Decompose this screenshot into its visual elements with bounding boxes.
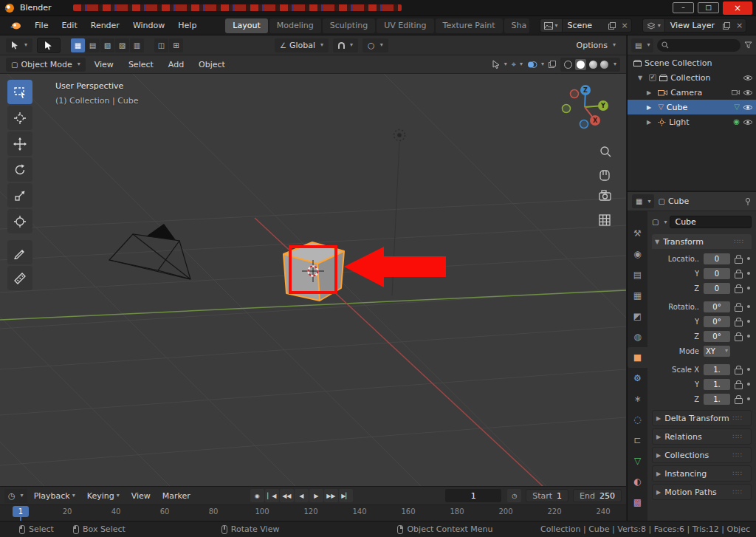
timeline-ruler[interactable]: 20 40 60 80 100 120 140 160 180 200 220 …	[0, 505, 626, 521]
tool-scale[interactable]	[7, 183, 32, 208]
record-button[interactable]: ◉	[250, 489, 264, 502]
frame-start-field[interactable]: Start 1	[526, 489, 568, 502]
shading-wireframe-button[interactable]	[564, 61, 572, 69]
close-button[interactable]: ×	[723, 1, 752, 15]
scene-copy-button[interactable]	[605, 22, 619, 30]
outliner-search-input[interactable]	[672, 41, 724, 49]
viewport-menu-object[interactable]: Object	[193, 60, 231, 69]
lock-icon[interactable]	[735, 366, 742, 374]
lock-icon[interactable]	[735, 318, 742, 326]
toggle-b[interactable]: ⊞	[169, 38, 183, 52]
properties-tab-tool[interactable]: ⚒	[628, 223, 647, 244]
mode-selector[interactable]: ▢ Object Mode ▾	[6, 58, 86, 72]
timeline-menu-keying[interactable]: Keying▾	[82, 491, 125, 501]
toggle-a[interactable]: ◫	[154, 38, 168, 52]
zoom-button[interactable]	[601, 147, 611, 157]
disclosure-closed-icon[interactable]: ▶	[647, 104, 651, 111]
blender-app-menu-icon[interactable]	[3, 21, 28, 30]
animate-dot-icon[interactable]	[747, 397, 750, 400]
show-overlays-dropdown[interactable]: ▾	[527, 61, 544, 69]
scene-name[interactable]: Scene	[563, 21, 605, 30]
play-button[interactable]: ▶	[309, 489, 323, 502]
properties-tab-material[interactable]: ◐	[628, 471, 647, 492]
eye-icon[interactable]	[743, 119, 753, 126]
prev-keyframe-button[interactable]: ◀◀	[280, 489, 294, 502]
lock-icon[interactable]	[735, 380, 742, 389]
play-reverse-button[interactable]: ◀	[295, 489, 309, 502]
outliner-editor-type-button[interactable]: ▤ ▾	[631, 38, 653, 52]
outliner-row-collection[interactable]: ▼ ✓ Collection	[628, 70, 756, 85]
mesh-data-icon[interactable]: ▽	[734, 103, 740, 111]
collection-checkbox[interactable]: ✓	[649, 74, 656, 81]
workspace-tab-modeling[interactable]: Modeling	[269, 18, 321, 33]
object-visibility-dropdown[interactable]: ▾	[492, 60, 507, 69]
animate-dot-icon[interactable]	[747, 368, 750, 371]
panel-grip-icon[interactable]: ∷∷	[733, 470, 747, 477]
camera-data-icon[interactable]	[732, 89, 740, 95]
lock-icon[interactable]	[735, 284, 742, 293]
tool-move[interactable]	[7, 131, 32, 156]
section-instancing[interactable]: ▶ Instancing ∷∷	[652, 465, 752, 482]
properties-tab-render[interactable]: ◉	[628, 244, 647, 264]
properties-editor-type-button[interactable]: ▦ ▾	[632, 194, 654, 208]
tool-select-box[interactable]	[7, 80, 32, 104]
animate-dot-icon[interactable]	[747, 320, 750, 323]
properties-tab-texture[interactable]: ▩	[628, 492, 647, 513]
animate-dot-icon[interactable]	[747, 305, 750, 308]
properties-tab-object-data[interactable]: ▽	[628, 451, 647, 471]
proportional-editing-dropdown[interactable]: ○ ▾	[362, 38, 388, 52]
menu-edit[interactable]: Edit	[55, 21, 83, 30]
lock-icon[interactable]	[735, 255, 742, 263]
properties-tab-constraints[interactable]: ⊏	[628, 430, 647, 451]
panel-grip-icon[interactable]: ∷∷	[733, 488, 747, 496]
outliner-row-camera[interactable]: ▶ Camera	[628, 85, 756, 100]
tool-annotate[interactable]	[7, 240, 32, 264]
menu-render[interactable]: Render	[84, 21, 126, 30]
workspace-tab-texture-paint[interactable]: Texture Paint	[436, 18, 503, 33]
location-y-field[interactable]: 0	[704, 268, 730, 279]
animate-dot-icon[interactable]	[747, 335, 750, 338]
properties-tab-scene[interactable]: ◩	[628, 306, 647, 326]
animate-dot-icon[interactable]	[747, 272, 750, 275]
auto-keying-clock-button[interactable]: ◷	[507, 489, 521, 502]
panel-grip-icon[interactable]: ∷∷	[733, 451, 747, 459]
properties-tab-particles[interactable]: ∗	[628, 389, 647, 409]
view-layer-browse-button[interactable]: ▾	[643, 19, 665, 32]
object-name-field[interactable]: Cube	[670, 216, 752, 228]
filter-button[interactable]	[744, 41, 752, 49]
lock-icon[interactable]	[735, 332, 742, 341]
properties-tab-world[interactable]: ◍	[628, 326, 647, 347]
select-mode-set[interactable]: ▦	[71, 38, 85, 52]
rotation-y-field[interactable]: 0°	[704, 316, 730, 327]
shading-solid-button[interactable]	[575, 59, 586, 70]
jump-to-start-button[interactable]: ▏◀	[265, 489, 279, 502]
outliner-search[interactable]	[657, 39, 740, 52]
disclosure-closed-icon[interactable]: ▶	[647, 89, 651, 96]
jump-to-end-button[interactable]: ▶▏	[339, 489, 353, 502]
pan-hand-button[interactable]	[600, 171, 609, 180]
current-frame-marker[interactable]: 1	[13, 506, 29, 517]
tool-rotate[interactable]	[7, 157, 32, 182]
view-layer-copy-button[interactable]	[720, 22, 733, 30]
shading-material-button[interactable]	[589, 61, 597, 69]
select-mode-extend[interactable]: ▤	[86, 38, 100, 52]
scale-z-field[interactable]: 1.	[704, 394, 730, 405]
maximize-button[interactable]: □	[698, 2, 719, 13]
lock-icon[interactable]	[735, 270, 742, 278]
tool-cursor[interactable]	[7, 106, 32, 130]
section-motion-paths[interactable]: ▶ Motion Paths ∷∷	[652, 484, 752, 500]
panel-grip-icon[interactable]: ∷∷	[733, 414, 747, 422]
show-gizmo-dropdown[interactable]: ⌖ ▾	[512, 60, 523, 69]
viewport-menu-view[interactable]: View	[89, 60, 120, 69]
tool-transform[interactable]	[7, 209, 32, 233]
outliner-row-light[interactable]: ▶ Light ◉	[628, 114, 756, 129]
outliner-row-cube[interactable]: ▶ ▽ Cube ▽	[628, 100, 756, 114]
rotation-z-field[interactable]: 0°	[704, 331, 730, 342]
snap-dropdown[interactable]: ▾	[333, 38, 358, 52]
timeline-editor-type-button[interactable]: ◷ ▾	[4, 489, 27, 503]
current-frame-field[interactable]: 1	[445, 489, 501, 502]
outliner-row-scene-collection[interactable]: Scene Collection	[628, 55, 756, 70]
properties-tab-view-layer[interactable]: ▦	[628, 285, 647, 306]
timeline-menu-view[interactable]: View	[126, 491, 156, 501]
pin-button[interactable]	[744, 197, 752, 206]
